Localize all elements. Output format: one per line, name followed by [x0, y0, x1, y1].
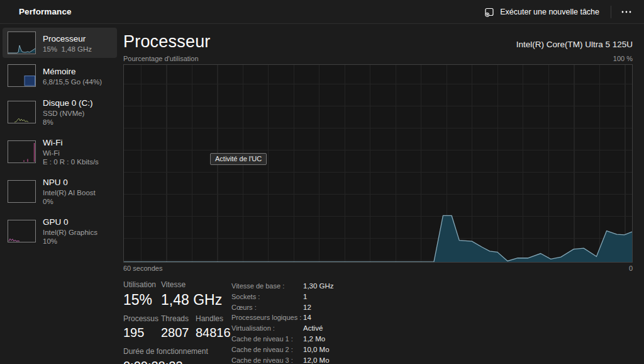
detail-label: Cache de niveau 2 : — [231, 344, 303, 355]
sidebar-npu-name: Intel(R) AI Boost — [43, 188, 96, 197]
wifi-thumbnail-chart — [8, 140, 36, 163]
sidebar-item-gpu[interactable]: GPU 0 Intel(R) Graphics 10% — [3, 212, 117, 249]
utilization-axis-label: Pourcentage d'utilisation — [123, 55, 199, 63]
titlebar-divider — [611, 6, 611, 18]
detail-label: Cache de niveau 1 : — [231, 334, 303, 344]
sidebar-disk-title: Disque 0 (C:) — [43, 97, 93, 109]
x-window-label: 60 secondes — [123, 264, 162, 273]
details-list: Vitesse de base : 1,30 GHz Sockets : 1 C… — [231, 280, 334, 364]
sidebar-npu-usage: 0% — [43, 197, 96, 206]
sidebar-item-wifi[interactable]: Wi-Fi Wi-Fi E : 0 R : 0 Kbits/s — [3, 133, 117, 170]
panel-title: Processeur — [123, 31, 211, 52]
sidebar-cpu-stats: 15% 1,48 GHz — [43, 45, 92, 54]
sidebar-disk-usage: 8% — [43, 118, 93, 127]
performance-sidebar: Processeur 15% 1,48 GHz Mémoire 6,8/15,5… — [3, 28, 117, 252]
processes-label: Processus — [123, 314, 161, 324]
sidebar-gpu-usage: 10% — [43, 237, 97, 246]
run-new-task-button[interactable]: Exécuter une nouvelle tâche — [478, 3, 606, 21]
sidebar-wifi-title: Wi-Fi — [43, 137, 99, 149]
cpu-thumbnail-chart — [8, 31, 36, 54]
run-new-task-label: Exécuter une nouvelle tâche — [500, 8, 599, 16]
detail-label: Processeurs logiques : — [231, 312, 303, 323]
detail-label: Virtualisation : — [231, 323, 303, 334]
sidebar-item-cpu[interactable]: Processeur 15% 1,48 GHz — [3, 28, 117, 58]
uptime-stat: Durée de fonctionnement 0:00:28:23 — [123, 347, 231, 364]
threads-stat: Threads 2807 — [161, 314, 196, 341]
sidebar-cpu-title: Processeur — [43, 33, 92, 45]
cpu-usage-chart[interactable]: Activité de l'UC — [123, 64, 633, 263]
page-title: Performance — [19, 7, 72, 16]
disk-thumbnail-chart — [8, 101, 36, 123]
processes-value: 195 — [123, 325, 161, 341]
detail-row: Cache de niveau 3 : 12,0 Mo — [231, 355, 334, 364]
detail-label: Cache de niveau 3 : — [231, 355, 303, 364]
detail-label: Sockets : — [231, 292, 303, 302]
memory-thumbnail-chart — [8, 64, 36, 87]
handles-value: 84816 — [196, 325, 231, 341]
new-task-icon — [484, 7, 494, 17]
cpu-stats-section: Utilisation 15% Vitesse 1,48 GHz Process… — [123, 280, 633, 364]
cpu-activity-tooltip: Activité de l'UC — [210, 153, 267, 165]
more-options-button[interactable] — [616, 4, 636, 20]
utilization-stat: Utilisation 15% — [123, 280, 161, 309]
detail-row: Virtualisation : Activé — [231, 323, 334, 334]
handles-label: Handles — [196, 314, 231, 324]
threads-label: Threads — [161, 314, 196, 324]
sidebar-gpu-title: GPU 0 — [43, 216, 97, 228]
sidebar-disk-type: SSD (NVMe) — [43, 109, 93, 118]
sidebar-wifi-throughput: E : 0 R : 0 Kbits/s — [43, 157, 99, 166]
detail-value: 1,30 GHz — [303, 281, 334, 292]
detail-row: Sockets : 1 — [231, 292, 334, 302]
uptime-label: Durée de fonctionnement — [123, 347, 231, 356]
cpu-model-name: Intel(R) Core(TM) Ultra 5 125U — [516, 40, 633, 52]
cpu-usage-area-svg — [124, 65, 632, 262]
detail-row: Processeurs logiques : 14 — [231, 312, 334, 323]
detail-value: 1,2 Mo — [303, 334, 334, 344]
app-titlebar: Performance Exécuter une nouvelle tâche — [0, 0, 644, 24]
y-max-label: 100 % — [613, 55, 633, 63]
handles-stat: Handles 84816 — [196, 314, 231, 341]
sidebar-npu-title: NPU 0 — [43, 176, 96, 188]
speed-value: 1,48 GHz — [161, 291, 231, 309]
sidebar-gpu-name: Intel(R) Graphics — [43, 228, 97, 237]
sidebar-wifi-name: Wi-Fi — [43, 149, 99, 157]
npu-thumbnail-chart — [8, 180, 36, 203]
ellipsis-icon — [621, 11, 631, 13]
detail-value: 12 — [303, 302, 334, 313]
detail-value: 1 — [303, 292, 334, 302]
cpu-performance-panel: Processeur Intel(R) Core(TM) Ultra 5 125… — [123, 24, 633, 364]
detail-row: Vitesse de base : 1,30 GHz — [231, 281, 334, 292]
detail-value: Activé — [303, 323, 334, 334]
utilization-value: 15% — [123, 291, 161, 309]
sidebar-memory-title: Mémoire — [43, 65, 102, 77]
threads-value: 2807 — [161, 325, 196, 341]
processes-stat: Processus 195 — [123, 314, 161, 341]
detail-row: Cache de niveau 1 : 1,2 Mo — [231, 334, 334, 344]
x-zero-label: 0 — [629, 264, 633, 273]
speed-stat: Vitesse 1,48 GHz — [161, 280, 231, 309]
speed-label: Vitesse — [161, 280, 231, 290]
sidebar-item-memory[interactable]: Mémoire 6,8/15,5 Go (44%) — [3, 60, 117, 91]
utilization-label: Utilisation — [123, 280, 161, 290]
detail-label: Vitesse de base : — [231, 281, 303, 292]
detail-row: Cache de niveau 2 : 10,0 Mo — [231, 344, 334, 355]
sidebar-memory-stats: 6,8/15,5 Go (44%) — [43, 77, 102, 86]
detail-value: 12,0 Mo — [303, 355, 334, 364]
sidebar-item-npu[interactable]: NPU 0 Intel(R) AI Boost 0% — [3, 173, 117, 210]
sidebar-item-disk[interactable]: Disque 0 (C:) SSD (NVMe) 8% — [3, 93, 117, 130]
detail-row: Cœurs : 12 — [231, 302, 334, 313]
detail-label: Cœurs : — [231, 302, 303, 313]
detail-value: 14 — [303, 312, 334, 323]
uptime-value: 0:00:28:23 — [123, 358, 231, 364]
detail-value: 10,0 Mo — [303, 344, 334, 355]
gpu-thumbnail-chart — [8, 220, 36, 242]
